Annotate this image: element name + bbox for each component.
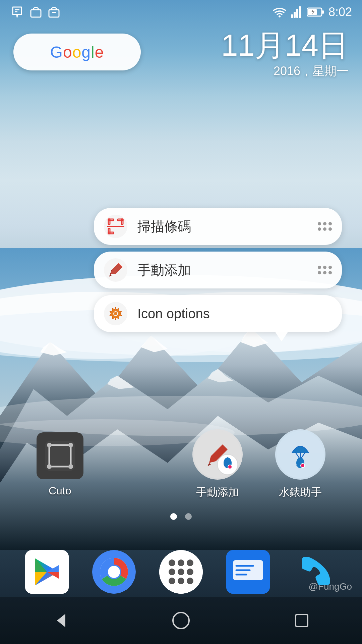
svg-point-72 (187, 569, 193, 575)
phone-dock-icon[interactable] (293, 550, 337, 594)
cuto-app-icon (43, 439, 77, 473)
page-indicator-2 (185, 513, 192, 520)
svg-marker-81 (57, 614, 65, 627)
wifi-icon (272, 6, 287, 18)
date-display: 11月14日 2016，星期一 (221, 30, 349, 79)
messages-icon (226, 550, 270, 594)
scan-barcode-menu-item[interactable]: 掃描條碼 (94, 208, 342, 245)
context-menu: 掃描條碼 手動添加 (94, 208, 342, 332)
drag-handle-2 (318, 266, 332, 274)
svg-point-65 (108, 566, 120, 578)
messages-dock-icon[interactable] (226, 550, 270, 594)
edit-icon-wrap (104, 258, 127, 282)
svg-rect-27 (322, 10, 324, 14)
scan-icon-wrap (104, 215, 127, 238)
page-indicator-1 (170, 513, 177, 520)
cuto-app-label: Cuto (49, 485, 71, 497)
navigation-bar (0, 597, 362, 644)
svg-rect-23 (296, 9, 298, 18)
signal-icon (291, 6, 303, 18)
gear-settings-icon (108, 306, 124, 322)
svg-point-37 (114, 312, 117, 315)
page-indicators (0, 513, 362, 520)
icon-options-menu-item[interactable]: Icon options (94, 295, 342, 332)
water-helper-icon (275, 429, 325, 480)
manual-add-app-icon (192, 429, 243, 480)
svg-rect-83 (296, 614, 308, 627)
svg-point-73 (169, 578, 175, 584)
scan-barcode-label: 掃描條碼 (137, 217, 318, 236)
notification-icon-1 (10, 6, 24, 18)
svg-point-67 (169, 559, 175, 566)
apps-menu-dock-icon[interactable] (159, 550, 203, 594)
apps-menu-icon (159, 550, 203, 594)
svg-point-82 (173, 612, 189, 629)
svg-point-71 (178, 569, 184, 575)
battery-icon (307, 7, 324, 17)
phone-icon (293, 550, 337, 594)
manual-add-app-label: 手動添加 (196, 485, 239, 500)
scan-barcode-icon (107, 218, 124, 235)
chrome-icon (92, 550, 136, 594)
home-button[interactable] (168, 607, 194, 634)
play-store-icon (25, 550, 69, 594)
date-main: 11月14日 (221, 30, 349, 60)
svg-rect-33 (108, 228, 110, 234)
status-left-icons (10, 6, 60, 18)
manual-add-label: 手動添加 (137, 261, 318, 279)
water-helper-app[interactable]: 水錶助手 (275, 429, 325, 500)
manual-add-app[interactable]: 手動添加 (192, 429, 243, 500)
svg-rect-22 (294, 12, 296, 18)
status-right-icons: 8:02 (272, 5, 352, 19)
svg-point-69 (187, 559, 193, 566)
gear-icon-wrap (104, 302, 127, 325)
svg-point-20 (279, 15, 281, 17)
home-icon (171, 610, 191, 631)
recents-icon (292, 610, 312, 631)
svg-rect-18 (49, 10, 59, 17)
app-icon-row: Cuto 手動添加 (0, 429, 362, 500)
cuto-app[interactable]: Cuto (37, 432, 83, 497)
google-search-bar[interactable]: Google (13, 34, 141, 70)
svg-point-40 (47, 443, 52, 447)
svg-point-68 (178, 559, 184, 566)
svg-rect-21 (291, 14, 293, 18)
svg-point-55 (301, 464, 305, 468)
icon-options-label: Icon options (137, 306, 332, 321)
date-sub: 2016，星期一 (221, 63, 349, 79)
svg-point-70 (169, 569, 175, 575)
google-logo: Google (50, 43, 104, 61)
svg-point-48 (228, 465, 232, 469)
shopping-bag-icon-2 (48, 6, 60, 18)
svg-point-75 (187, 578, 193, 584)
status-time: 8:02 (328, 5, 352, 19)
shopping-bag-icon-1 (29, 6, 42, 18)
back-button[interactable] (47, 607, 74, 634)
chrome-dock-icon[interactable] (92, 550, 136, 594)
water-helper-app-label: 水錶助手 (279, 485, 322, 500)
svg-point-74 (178, 578, 184, 584)
svg-point-43 (68, 464, 73, 469)
svg-rect-29 (108, 219, 110, 224)
svg-rect-17 (31, 10, 41, 17)
dock (0, 550, 362, 594)
svg-point-42 (47, 464, 52, 469)
water-helper-app-icon (275, 429, 325, 480)
svg-point-41 (68, 443, 73, 447)
svg-rect-31 (121, 219, 123, 224)
edit-pencil-icon (108, 262, 124, 278)
play-store-dock-icon[interactable] (25, 550, 69, 594)
manual-add-icon (192, 429, 243, 480)
recents-button[interactable] (288, 607, 315, 634)
drag-handle-1 (318, 222, 332, 231)
svg-rect-24 (299, 6, 301, 18)
manual-add-menu-item[interactable]: 手動添加 (94, 252, 342, 288)
status-bar: 8:02 (0, 0, 362, 24)
back-icon (50, 610, 70, 631)
cuto-icon (37, 432, 83, 479)
